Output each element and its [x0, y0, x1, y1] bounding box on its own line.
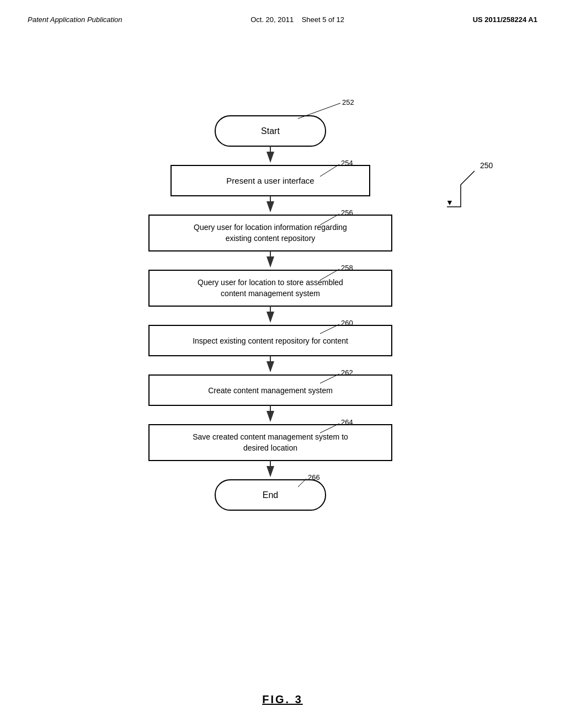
label-252: 252	[342, 98, 354, 106]
header-sheet: Sheet 5 of 12	[302, 15, 344, 24]
node-264	[149, 425, 392, 461]
node-256	[149, 215, 392, 251]
figure-label: FIG. 3	[262, 693, 303, 706]
header-patent-number: US 2011/258224 A1	[473, 15, 537, 24]
header-publication-label: Patent Application Publication	[28, 15, 122, 24]
svg-text:▼: ▼	[446, 198, 454, 207]
label-250: 250	[480, 161, 493, 170]
header-date: Oct. 20, 2011	[250, 15, 294, 24]
node-256-line2: existing content repository	[226, 234, 316, 243]
diagram-area: 250 ▼ 252 Start 254 Present a user inter…	[28, 44, 537, 689]
end-label: End	[263, 490, 278, 500]
node-258	[149, 270, 392, 306]
header-date-sheet: Oct. 20, 2011 Sheet 5 of 12	[250, 15, 344, 24]
flowchart-svg: 250 ▼ 252 Start 254 Present a user inter…	[28, 44, 537, 689]
node-254-label: Present a user interface	[226, 176, 314, 185]
node-264-line1: Save created content management system t…	[193, 432, 348, 441]
svg-line-3	[320, 164, 339, 176]
node-256-line1: Query user for location information rega…	[194, 223, 347, 232]
node-258-line1: Query user for location to store assembl…	[198, 278, 343, 287]
node-260-label: Inspect existing content repository for …	[193, 336, 348, 345]
start-label: Start	[261, 126, 280, 136]
node-264-line2: desired location	[243, 443, 297, 452]
node-258-line2: content management system	[221, 289, 320, 298]
node-262-label: Create content management system	[208, 386, 333, 395]
page-header: Patent Application Publication Oct. 20, …	[0, 0, 565, 24]
